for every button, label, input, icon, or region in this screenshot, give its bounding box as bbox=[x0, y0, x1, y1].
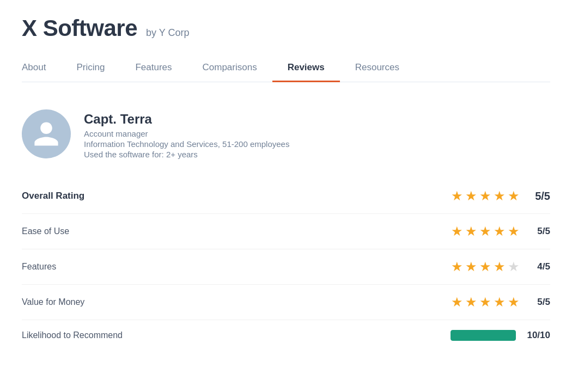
rating-label-likelihood: Likelihood to Recommend bbox=[22, 330, 451, 340]
star-2: ★ bbox=[465, 259, 477, 274]
rating-row-ease: Ease of Use ★ ★ ★ ★ ★ 5/5 bbox=[22, 214, 550, 249]
rating-stars-overall: ★ ★ ★ ★ ★ bbox=[451, 188, 520, 204]
rating-stars-value: ★ ★ ★ ★ ★ bbox=[451, 295, 520, 310]
star-1: ★ bbox=[451, 295, 463, 310]
rating-row-value: Value for Money ★ ★ ★ ★ ★ 5/5 bbox=[22, 285, 550, 320]
rating-value-features: 4/5 bbox=[531, 261, 550, 272]
star-2: ★ bbox=[465, 295, 477, 310]
app-by: by Y Corp bbox=[146, 27, 189, 39]
nav-item-features[interactable]: Features bbox=[120, 54, 187, 82]
rating-row-overall: Overall Rating ★ ★ ★ ★ ★ 5/5 bbox=[22, 179, 550, 214]
nav-item-comparisons[interactable]: Comparisons bbox=[187, 54, 272, 82]
star-5: ★ bbox=[508, 224, 520, 239]
reviewer-duration: Used the software for: 2+ years bbox=[84, 150, 289, 159]
reviewer-name: Capt. Terra bbox=[84, 112, 289, 127]
rating-value-overall: 5/5 bbox=[531, 190, 550, 203]
ratings-section: Overall Rating ★ ★ ★ ★ ★ 5/5 Ease of Use… bbox=[22, 179, 550, 351]
rating-value-ease: 5/5 bbox=[531, 226, 550, 237]
rating-value-likelihood: 10/10 bbox=[527, 330, 550, 341]
rating-label-value: Value for Money bbox=[22, 297, 451, 307]
header: X Software by Y Corp About Pricing Featu… bbox=[0, 0, 572, 92]
likelihood-bar-container bbox=[451, 330, 516, 341]
rating-row-likelihood: Likelihood to Recommend 10/10 bbox=[22, 320, 550, 351]
reviewer-section: Capt. Terra Account manager Information … bbox=[22, 109, 550, 159]
star-4: ★ bbox=[494, 224, 506, 239]
nav-item-reviews[interactable]: Reviews bbox=[272, 54, 340, 82]
star-2: ★ bbox=[465, 188, 477, 204]
star-5-empty: ★ bbox=[508, 259, 520, 274]
star-3: ★ bbox=[479, 259, 491, 274]
nav: About Pricing Features Comparisons Revie… bbox=[22, 54, 550, 82]
main-content: Capt. Terra Account manager Information … bbox=[0, 92, 572, 368]
reviewer-role: Account manager bbox=[84, 129, 289, 138]
avatar-icon bbox=[32, 119, 61, 149]
rating-stars-features: ★ ★ ★ ★ ★ bbox=[451, 259, 520, 274]
rating-row-features: Features ★ ★ ★ ★ ★ 4/5 bbox=[22, 249, 550, 285]
star-5: ★ bbox=[508, 295, 520, 310]
nav-item-about[interactable]: About bbox=[22, 54, 61, 82]
rating-label-overall: Overall Rating bbox=[22, 191, 451, 201]
star-1: ★ bbox=[451, 224, 463, 239]
star-4: ★ bbox=[494, 259, 506, 274]
page-container: X Software by Y Corp About Pricing Featu… bbox=[0, 0, 572, 392]
nav-item-pricing[interactable]: Pricing bbox=[61, 54, 120, 82]
app-title: X Software bbox=[22, 15, 137, 41]
star-1: ★ bbox=[451, 188, 463, 204]
star-4: ★ bbox=[494, 188, 506, 204]
star-3: ★ bbox=[479, 224, 491, 239]
star-1: ★ bbox=[451, 259, 463, 274]
rating-stars-ease: ★ ★ ★ ★ ★ bbox=[451, 224, 520, 239]
star-5: ★ bbox=[508, 188, 520, 204]
rating-value-value: 5/5 bbox=[531, 297, 550, 308]
reviewer-info: Capt. Terra Account manager Information … bbox=[84, 109, 289, 159]
reviewer-company: Information Technology and Services, 51-… bbox=[84, 139, 289, 149]
star-4: ★ bbox=[494, 295, 506, 310]
rating-label-ease: Ease of Use bbox=[22, 226, 451, 236]
avatar bbox=[22, 109, 71, 158]
nav-item-resources[interactable]: Resources bbox=[340, 54, 415, 82]
likelihood-bar-fill bbox=[451, 330, 516, 341]
star-3: ★ bbox=[479, 295, 491, 310]
star-2: ★ bbox=[465, 224, 477, 239]
header-title-row: X Software by Y Corp bbox=[22, 15, 550, 41]
star-3: ★ bbox=[479, 188, 491, 204]
rating-label-features: Features bbox=[22, 262, 451, 272]
